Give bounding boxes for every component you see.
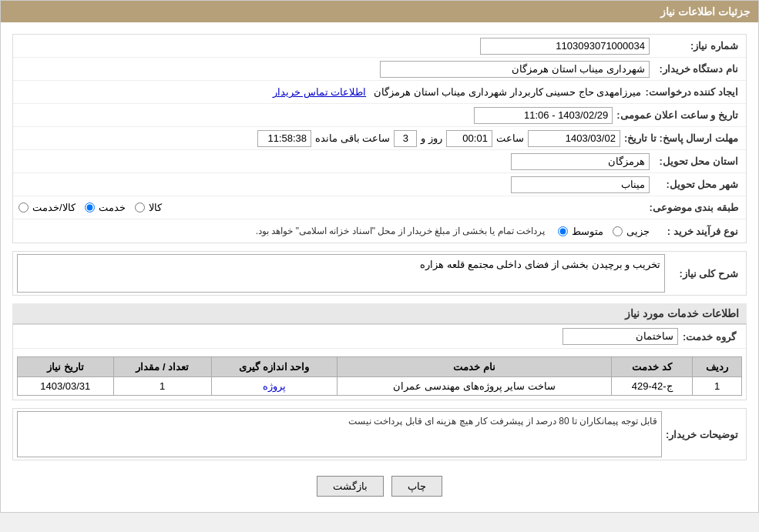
service-group-value: ساختمان bbox=[563, 328, 678, 345]
city-label: شهر محل تحویل: bbox=[650, 179, 742, 190]
purchase-type-row: نوع فرآیند خرید : متوسط جزیی پرداخت تمام… bbox=[13, 219, 746, 243]
purchase-type-wrapper: متوسط جزیی پرداخت تمام یا بخشی از مبلغ خ… bbox=[17, 226, 650, 237]
cell-row-num: 1 bbox=[693, 377, 742, 396]
buyer-notes-value: قابل توجه پیمانکاران تا 80 درصد از پیشرف… bbox=[17, 411, 662, 457]
cell-service-name: ساخت سایر پروژه‌های مهندسی عمران bbox=[337, 377, 611, 396]
services-table: ردیف کد خدمت نام خدمت واحد اندازه گیری ت… bbox=[17, 356, 742, 396]
deadline-days: 3 bbox=[394, 130, 417, 147]
table-row: 1 ج-42-429 ساخت سایر پروژه‌های مهندسی عم… bbox=[18, 377, 742, 396]
deadline-label: مهلت ارسال پاسخ: تا تاریخ: bbox=[620, 132, 742, 144]
purchase-motavaset-label: متوسط bbox=[572, 226, 603, 237]
requester-label: نام دستگاه خریدار: bbox=[650, 63, 742, 75]
service-group-label: گروه خدمت: bbox=[678, 331, 740, 343]
deadline-remaining-label: ساعت باقی مانده bbox=[315, 132, 390, 144]
service-group-row: گروه خدمت: ساختمان bbox=[13, 325, 746, 349]
date-time-row: تاریخ و ساعت اعلان عمومی: 1403/02/29 - 1… bbox=[13, 104, 746, 127]
need-description-value: تخریب و برچیدن بخشی از فضای داخلی مجتمع … bbox=[17, 254, 665, 293]
category-khedmat[interactable]: خدمت bbox=[83, 202, 126, 213]
page-header: جزئیات اطلاعات نیاز bbox=[1, 1, 758, 22]
deadline-date: 1403/03/02 bbox=[528, 130, 620, 147]
page-title: جزئیات اطلاعات نیاز bbox=[660, 5, 751, 18]
deadline-time: 00:01 bbox=[446, 130, 492, 147]
province-value: هرمزگان bbox=[511, 153, 650, 170]
creator-row: ایجاد کننده درخواست: میرزامهدی حاج حسینی… bbox=[13, 81, 746, 104]
deadline-row: مهلت ارسال پاسخ: تا تاریخ: 1403/03/02 سا… bbox=[13, 127, 746, 150]
need-description-row: شرح کلی نیاز: تخریب و برچیدن بخشی از فضا… bbox=[13, 252, 746, 295]
services-section-header: اطلاعات خدمات مورد نیاز bbox=[12, 303, 747, 324]
purchase-jozii-radio[interactable] bbox=[613, 226, 623, 236]
buttons-row: چاپ بازگشت bbox=[12, 468, 747, 504]
category-kala-label: کالا bbox=[149, 202, 162, 213]
creator-label: ایجاد کننده درخواست: bbox=[641, 86, 742, 98]
category-label: طبقه بندی موضوعی: bbox=[645, 202, 742, 213]
cell-unit: پروژه bbox=[211, 377, 337, 396]
col-service-code: کد خدمت bbox=[612, 357, 693, 377]
cell-quantity: 1 bbox=[113, 377, 211, 396]
category-kala-khedmat[interactable]: کالا/خدمت bbox=[17, 202, 76, 213]
purchase-type-label: نوع فرآیند خرید : bbox=[650, 226, 742, 237]
contact-link[interactable]: اطلاعات تماس خریدار bbox=[273, 86, 366, 98]
city-row: شهر محل تحویل: میناب bbox=[13, 173, 746, 196]
city-value: میناب bbox=[511, 176, 650, 193]
need-description-value-wrapper: تخریب و برچیدن بخشی از فضای داخلی مجتمع … bbox=[17, 254, 665, 293]
cell-date: 1403/03/31 bbox=[18, 377, 114, 396]
province-label: استان محل تحویل: bbox=[650, 156, 742, 167]
deadline-value-wrapper: 1403/03/02 ساعت 00:01 روز و 3 ساعت باقی … bbox=[17, 130, 620, 147]
deadline-time-label: ساعت bbox=[496, 132, 524, 144]
requester-value-wrapper: شهرداری میناب استان هرمزگان bbox=[17, 61, 650, 78]
deadline-remaining: 11:58:38 bbox=[257, 130, 311, 147]
purchase-jozii-label: جزیی bbox=[626, 226, 650, 237]
need-number-row: شماره نیاز: 1103093071000034 bbox=[13, 35, 746, 58]
requester-row: نام دستگاه خریدار: شهرداری میناب استان ه… bbox=[13, 58, 746, 81]
need-description-section: شرح کلی نیاز: تخریب و برچیدن بخشی از فضا… bbox=[12, 251, 747, 296]
category-kala-radio[interactable] bbox=[135, 202, 145, 212]
buyer-notes-label: توضیحات خریدار: bbox=[662, 429, 742, 440]
purchase-note: پرداخت تمام یا بخشی از مبلغ خریدار از مح… bbox=[256, 226, 545, 236]
col-quantity: تعداد / مقدار bbox=[113, 357, 211, 377]
col-unit: واحد اندازه گیری bbox=[211, 357, 337, 377]
main-info-section: شماره نیاز: 1103093071000034 نام دستگاه … bbox=[12, 34, 747, 243]
category-options: کالا/خدمت خدمت کالا bbox=[17, 202, 645, 213]
category-kala[interactable]: کالا bbox=[133, 202, 162, 213]
date-time-label: تاریخ و ساعت اعلان عمومی: bbox=[613, 109, 742, 121]
col-service-name: نام خدمت bbox=[337, 357, 611, 377]
need-description-label: شرح کلی نیاز: bbox=[665, 268, 742, 279]
need-number-value: 1103093071000034 bbox=[480, 38, 650, 55]
category-row: طبقه بندی موضوعی: کالا/خدمت خدمت کالا bbox=[13, 196, 746, 219]
creator-value: میرزامهدی حاج حسینی کاربردار شهرداری مین… bbox=[374, 86, 641, 98]
back-button[interactable]: بازگشت bbox=[317, 476, 384, 497]
services-section: گروه خدمت: ساختمان ردیف کد خدمت نام خدمت… bbox=[12, 324, 747, 400]
category-kala-khedmat-label: کالا/خدمت bbox=[32, 202, 76, 213]
category-kala-khedmat-radio[interactable] bbox=[18, 202, 29, 212]
buyer-notes-section: توضیحات خریدار: قابل توجه پیمانکاران تا … bbox=[12, 408, 747, 460]
need-number-label: شماره نیاز: bbox=[650, 40, 742, 52]
col-row-num: ردیف bbox=[693, 357, 742, 377]
date-time-value-wrapper: 1403/02/29 - 11:06 bbox=[17, 107, 613, 124]
creator-value-wrapper: میرزامهدی حاج حسینی کاربردار شهرداری مین… bbox=[17, 86, 641, 98]
requester-value: شهرداری میناب استان هرمزگان bbox=[380, 61, 650, 78]
city-value-wrapper: میناب bbox=[17, 176, 650, 193]
purchase-jozii[interactable]: جزیی bbox=[611, 226, 650, 237]
deadline-days-label: روز و bbox=[421, 132, 442, 144]
purchase-motavaset-radio[interactable] bbox=[558, 226, 568, 236]
cell-service-code: ج-42-429 bbox=[612, 377, 693, 396]
print-button[interactable]: چاپ bbox=[391, 476, 442, 497]
buyer-notes-row: توضیحات خریدار: قابل توجه پیمانکاران تا … bbox=[13, 409, 746, 460]
category-khedmat-radio[interactable] bbox=[85, 202, 95, 212]
purchase-motavaset[interactable]: متوسط bbox=[556, 226, 603, 237]
category-khedmat-label: خدمت bbox=[99, 202, 126, 213]
buyer-notes-value-wrapper: قابل توجه پیمانکاران تا 80 درصد از پیشرف… bbox=[17, 411, 662, 457]
purchase-options: متوسط جزیی bbox=[556, 226, 650, 237]
services-table-wrapper: ردیف کد خدمت نام خدمت واحد اندازه گیری ت… bbox=[13, 349, 746, 400]
col-date: تاریخ نیاز bbox=[18, 357, 114, 377]
date-time-value: 1403/02/29 - 11:06 bbox=[474, 107, 613, 124]
province-value-wrapper: هرمزگان bbox=[17, 153, 650, 170]
need-number-value-wrapper: 1103093071000034 bbox=[17, 38, 650, 55]
province-row: استان محل تحویل: هرمزگان bbox=[13, 150, 746, 173]
